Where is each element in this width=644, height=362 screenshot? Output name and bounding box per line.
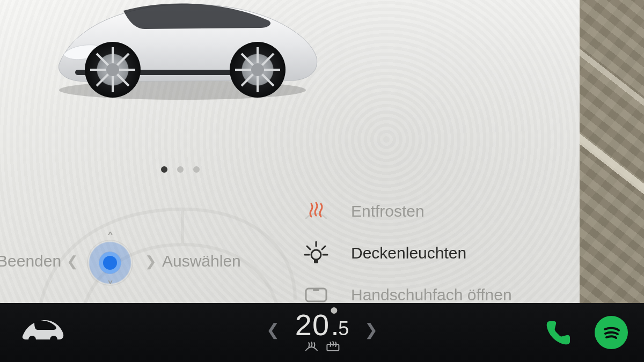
svg-point-24	[50, 336, 57, 343]
page-indicator[interactable]	[161, 166, 200, 173]
dome-light-icon	[301, 241, 332, 265]
page-dot-3[interactable]	[193, 166, 200, 173]
car-menu-button[interactable]	[19, 315, 65, 347]
defrost-icon	[301, 201, 332, 222]
quick-actions-list: Entfrosten	[301, 190, 580, 316]
map-panel[interactable]	[580, 0, 644, 303]
quick-action-label: Entfrosten	[351, 202, 425, 220]
phone-button[interactable]	[542, 317, 573, 348]
quick-action-label: Deckenleuchten	[351, 244, 466, 262]
temperature-decimal: 5	[338, 317, 349, 340]
svg-point-7	[106, 63, 119, 76]
chevron-left-icon: ❮	[67, 253, 78, 270]
spotify-button[interactable]	[595, 316, 628, 349]
chevron-down-icon: ˅	[107, 279, 114, 295]
scrollwheel-core	[103, 256, 117, 270]
scroll-left-label: Beenden	[0, 252, 61, 270]
vehicle-touchscreen: Beenden ❮ ˄ ˅ ❯ Auswählen	[0, 0, 644, 362]
svg-line-15	[307, 246, 310, 249]
launcher-panel: Beenden ❮ ˄ ˅ ❯ Auswählen	[0, 0, 580, 303]
glovebox-icon	[301, 285, 332, 305]
chevron-up-icon: ˄	[107, 230, 114, 247]
page-dot-1[interactable]	[161, 166, 167, 173]
temp-up-button[interactable]: ❯	[352, 321, 391, 338]
svg-point-23	[28, 336, 36, 343]
chevron-right-icon: ❯	[145, 253, 157, 270]
bottom-dock: ❮ 20 . 5 ❯	[0, 303, 644, 362]
temperature-readout[interactable]: 20 . 5	[295, 307, 349, 342]
svg-rect-20	[314, 259, 318, 263]
scroll-right-label: Auswählen	[162, 252, 241, 270]
scrollwheel-joystick[interactable]: ˄ ˅	[80, 233, 140, 292]
temperature-whole: 20	[295, 307, 330, 342]
page-dot-2[interactable]	[177, 166, 184, 173]
svg-rect-22	[313, 289, 319, 291]
temperature-decimal-point: .	[331, 307, 337, 314]
quick-action-defrost[interactable]: Entfrosten	[301, 190, 580, 232]
climate-control: ❮ 20 . 5 ❯	[253, 307, 390, 354]
scroll-right-hint: ❯ Auswählen	[145, 252, 241, 270]
svg-point-19	[311, 250, 321, 260]
svg-line-16	[322, 246, 325, 249]
quick-action-dome-lights[interactable]: Deckenleuchten	[301, 232, 580, 274]
scrollwheel-hint: Beenden ❮ ˄ ˅ ❯ Auswählen	[0, 204, 290, 303]
quick-action-label: Handschuhfach öffnen	[351, 286, 512, 304]
temp-down-button[interactable]: ❮	[253, 321, 292, 338]
defrost-front-icon[interactable]	[304, 341, 318, 354]
scroll-left-hint: Beenden ❮	[0, 252, 78, 270]
car-render	[43, 0, 322, 107]
svg-point-13	[251, 63, 264, 76]
defrost-rear-icon[interactable]	[326, 341, 340, 354]
